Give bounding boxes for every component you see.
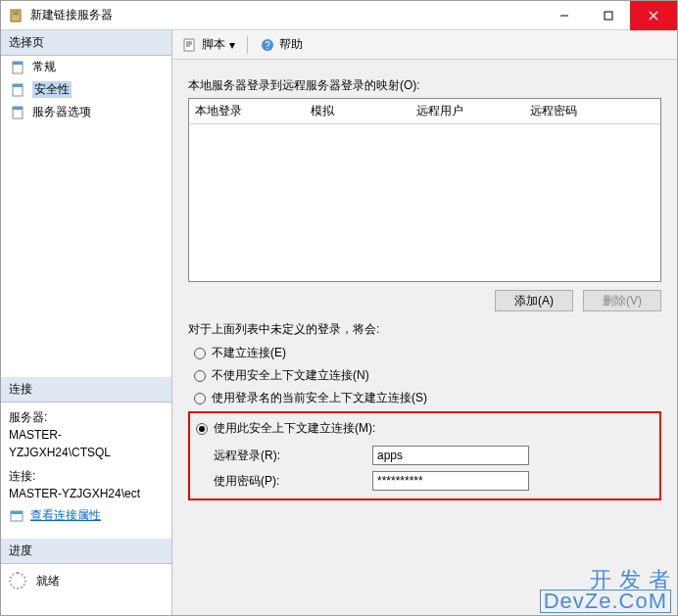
window-title: 新建链接服务器 [30, 7, 113, 24]
properties-icon [9, 508, 24, 524]
add-button[interactable]: 添加(A) [495, 290, 573, 311]
select-page-header: 选择页 [1, 30, 171, 56]
dialog-window: 新建链接服务器 选择页 常规 安全性 服务器选项 连接 服务器: [0, 0, 678, 616]
radio-icon [194, 348, 206, 359]
col-remote-password: 远程密码 [524, 99, 660, 123]
radio-use-this-security-context[interactable]: 使用此安全上下文建立连接(M): [196, 417, 654, 440]
radio-icon [194, 370, 206, 382]
script-icon [182, 37, 198, 53]
radio-no-connection[interactable]: 不建立连接(E) [188, 342, 661, 364]
svg-rect-15 [184, 39, 194, 51]
svg-rect-0 [11, 10, 21, 22]
mapping-label: 本地服务器登录到远程服务器登录的映射(O): [188, 77, 661, 94]
radio-no-security-context[interactable]: 不使用安全上下文建立连接(N) [188, 364, 661, 387]
script-button[interactable]: 脚本 ▾ [178, 34, 239, 55]
title-bar: 新建链接服务器 [1, 1, 677, 30]
help-icon: ? [260, 37, 275, 53]
radio-icon [194, 393, 206, 404]
mapping-grid[interactable]: 本地登录 模拟 远程用户 远程密码 [188, 98, 661, 282]
sidebar-item-server-options[interactable]: 服务器选项 [1, 101, 171, 123]
grid-body[interactable] [189, 124, 660, 281]
svg-rect-10 [13, 84, 23, 87]
remote-login-label: 远程登录(R): [196, 448, 372, 464]
toolbar-separator [247, 36, 248, 54]
progress-header: 进度 [1, 539, 171, 564]
svg-text:?: ? [265, 40, 270, 51]
minimize-button[interactable] [542, 1, 586, 30]
help-button[interactable]: ? 帮助 [256, 34, 307, 55]
sidebar-item-label: 安全性 [32, 81, 72, 98]
sidebar-item-label: 常规 [32, 59, 56, 75]
sidebar-item-label: 服务器选项 [32, 104, 91, 120]
radio-label: 不使用安全上下文建立连接(N) [212, 367, 369, 384]
connection-info: 服务器: MASTER-YZJGXH24\CTSQL 连接: MASTER-YZ… [1, 403, 171, 504]
radio-icon [196, 423, 208, 435]
svg-rect-12 [13, 107, 23, 110]
col-local-login: 本地登录 [189, 99, 305, 123]
server-label: 服务器: [9, 408, 164, 426]
page-icon [11, 60, 26, 75]
connection-label: 连接: [9, 467, 164, 485]
help-label: 帮助 [279, 36, 303, 53]
dropdown-icon: ▾ [229, 38, 235, 52]
view-connection-properties-link[interactable]: 查看连接属性 [30, 507, 101, 524]
progress-status: 就绪 [1, 564, 171, 597]
page-icon [11, 82, 26, 98]
svg-rect-2 [13, 14, 19, 15]
sidebar: 选择页 常规 安全性 服务器选项 连接 服务器: MASTER-YZJGXH24… [1, 30, 172, 615]
radio-current-security-context[interactable]: 使用登录名的当前安全上下文建立连接(S) [188, 387, 661, 409]
server-value: MASTER-YZJGXH24\CTSQL [9, 426, 164, 461]
radio-label: 使用登录名的当前安全上下文建立连接(S) [212, 390, 427, 406]
toolbar: 脚本 ▾ ? 帮助 [172, 30, 677, 60]
radio-label: 不建立连接(E) [212, 345, 286, 361]
highlighted-security-block: 使用此安全上下文建立连接(M): 远程登录(R): 使用密码(P): [188, 411, 661, 500]
password-input[interactable] [372, 471, 529, 491]
svg-rect-8 [13, 62, 23, 65]
undefined-logins-label: 对于上面列表中未定义的登录，将会: [188, 321, 661, 338]
remote-login-input[interactable] [372, 446, 529, 465]
script-label: 脚本 [202, 36, 225, 53]
password-label: 使用密码(P): [196, 473, 372, 490]
grid-header: 本地登录 模拟 远程用户 远程密码 [189, 99, 660, 124]
delete-button: 删除(V) [583, 290, 661, 311]
svg-rect-1 [13, 12, 19, 13]
page-icon [11, 105, 26, 120]
col-remote-user: 远程用户 [411, 99, 524, 123]
col-impersonate: 模拟 [305, 99, 411, 123]
server-icon [9, 8, 24, 24]
spinner-icon [9, 572, 26, 590]
sidebar-item-general[interactable]: 常规 [1, 56, 171, 78]
main-panel: 脚本 ▾ ? 帮助 本地服务器登录到远程服务器登录的映射(O): 本地登录 模拟… [172, 30, 677, 615]
svg-rect-14 [11, 511, 23, 514]
connection-header: 连接 [1, 377, 171, 403]
close-button[interactable] [630, 1, 677, 30]
maximize-button[interactable] [586, 1, 630, 30]
radio-label: 使用此安全上下文建立连接(M): [214, 420, 375, 437]
status-text: 就绪 [36, 573, 60, 590]
sidebar-item-security[interactable]: 安全性 [1, 78, 171, 101]
svg-rect-4 [605, 12, 612, 20]
connection-value: MASTER-YZJGXH24\ect [9, 485, 164, 502]
